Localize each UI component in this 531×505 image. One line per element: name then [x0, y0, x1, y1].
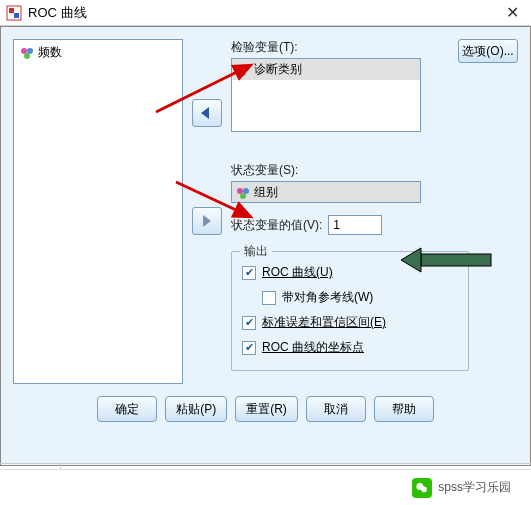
diag-ref-checkbox[interactable]	[262, 291, 276, 305]
dialog-buttons: 确定 粘贴(P) 重置(R) 取消 帮助	[13, 396, 518, 422]
transfer-buttons	[189, 39, 225, 235]
std-err-ci-checkbox[interactable]	[242, 316, 256, 330]
paste-button[interactable]: 粘贴(P)	[165, 396, 227, 422]
output-group-title: 输出	[240, 243, 272, 260]
std-err-ci-label: 标准误差和置信区间(E)	[262, 314, 386, 331]
state-variable-list[interactable]: 组别	[231, 181, 421, 203]
move-to-state-button[interactable]	[192, 207, 222, 235]
ok-button[interactable]: 确定	[97, 396, 157, 422]
svg-point-16	[422, 486, 428, 492]
svg-point-3	[21, 48, 27, 54]
list-item[interactable]: 组别	[232, 182, 420, 203]
list-item[interactable]: 诊断类别	[232, 59, 420, 80]
variable-label: 频数	[38, 44, 62, 61]
move-to-test-button[interactable]	[192, 99, 222, 127]
help-button[interactable]: 帮助	[374, 396, 434, 422]
nominal-icon	[236, 63, 250, 77]
reset-button[interactable]: 重置(R)	[235, 396, 298, 422]
svg-rect-1	[9, 8, 14, 13]
cancel-button[interactable]: 取消	[306, 396, 366, 422]
wechat-icon	[412, 478, 432, 498]
source-variable-list[interactable]: 频数	[13, 39, 183, 384]
variable-label: 组别	[254, 184, 278, 201]
list-item[interactable]: 频数	[16, 42, 180, 63]
state-variable-label: 状态变量(S):	[231, 162, 518, 179]
test-variable-label: 检验变量(T):	[231, 39, 518, 56]
roc-curve-label: ROC 曲线(U)	[262, 264, 333, 281]
diag-ref-label: 带对角参考线(W)	[282, 289, 373, 306]
state-value-input[interactable]	[328, 215, 382, 235]
output-group: 输出 ROC 曲线(U) 带对角参考线(W) 标准误差和置信区间(E) ROC …	[231, 251, 469, 371]
close-icon[interactable]: ✕	[500, 3, 525, 22]
roc-coords-checkbox[interactable]	[242, 341, 256, 355]
watermark-text: spss学习乐园	[438, 479, 511, 496]
svg-point-10	[243, 188, 249, 194]
roc-coords-label: ROC 曲线的坐标点	[262, 339, 364, 356]
nominal-icon	[20, 46, 34, 60]
svg-point-7	[243, 65, 249, 71]
dialog-body: 选项(O)... 频数 检验变量(T):	[0, 26, 531, 466]
variable-label: 诊断类别	[254, 61, 302, 78]
right-panel: 检验变量(T): 诊断类别 状态变量(S):	[231, 39, 518, 371]
roc-curve-checkbox[interactable]	[242, 266, 256, 280]
window-title: ROC 曲线	[28, 4, 500, 22]
svg-rect-2	[14, 13, 19, 18]
svg-point-11	[240, 193, 246, 199]
app-icon	[6, 5, 22, 21]
watermark-strip: spss学习乐园	[0, 469, 531, 505]
test-variable-list[interactable]: 诊断类别	[231, 58, 421, 132]
nominal-icon	[236, 186, 250, 200]
svg-point-6	[237, 65, 243, 71]
svg-point-5	[24, 53, 30, 59]
svg-point-4	[27, 48, 33, 54]
svg-point-9	[237, 188, 243, 194]
svg-point-8	[240, 70, 246, 76]
titlebar: ROC 曲线 ✕	[0, 0, 531, 26]
state-value-label: 状态变量的值(V):	[231, 217, 322, 234]
